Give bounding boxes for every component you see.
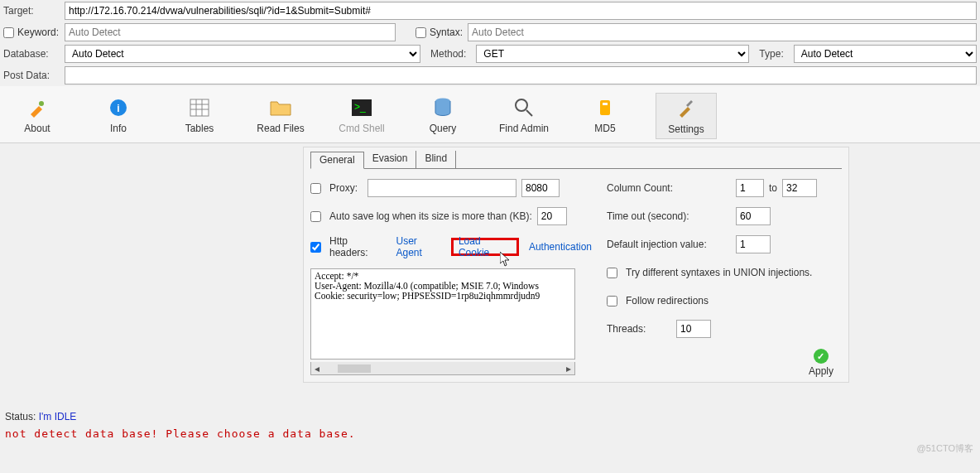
httpheaders-label: Http headers: bbox=[329, 235, 386, 258]
info-icon: i bbox=[107, 96, 130, 119]
target-label: Target: bbox=[3, 5, 60, 17]
carrot-icon bbox=[26, 96, 49, 119]
headers-hscrollbar[interactable]: ◂▸ bbox=[310, 362, 575, 375]
syntax-label: Syntax: bbox=[430, 27, 463, 38]
colcount-label: Column Count: bbox=[607, 182, 731, 194]
timeout-label: Time out (second): bbox=[607, 210, 731, 222]
syntax-input[interactable] bbox=[468, 23, 977, 41]
svg-line-12 bbox=[526, 110, 532, 116]
autosave-checkbox[interactable] bbox=[310, 211, 321, 222]
postdata-label: Post Data: bbox=[3, 70, 60, 81]
tab-evasion[interactable]: Evasion bbox=[364, 151, 417, 168]
svg-point-11 bbox=[516, 99, 527, 111]
threads-input[interactable] bbox=[676, 320, 711, 338]
proxy-port-input[interactable] bbox=[521, 179, 560, 197]
info-button[interactable]: iInfo bbox=[88, 93, 149, 139]
followredir-label: Follow redirections bbox=[626, 295, 709, 306]
database-select[interactable]: Auto Detect bbox=[65, 45, 420, 63]
database-label: Database: bbox=[3, 48, 60, 60]
findadmin-button[interactable]: Find Admin bbox=[493, 93, 555, 139]
autosave-kb-input[interactable] bbox=[537, 207, 567, 225]
target-input[interactable] bbox=[65, 2, 977, 20]
readfiles-button[interactable]: Read Files bbox=[250, 93, 311, 139]
database-icon bbox=[431, 96, 454, 119]
folder-icon bbox=[269, 96, 292, 119]
trydiff-label: Try different syntaxes in UNION injectio… bbox=[626, 267, 812, 278]
status-label: Status: bbox=[5, 411, 36, 422]
svg-rect-14 bbox=[603, 103, 608, 105]
svg-text:i: i bbox=[117, 103, 119, 114]
useragent-link[interactable]: User Agent bbox=[396, 235, 442, 258]
md5-button[interactable]: MD5 bbox=[574, 93, 636, 139]
tools-icon bbox=[675, 97, 698, 120]
autosave-label: Auto save log when its size is more than… bbox=[329, 210, 532, 222]
error-message: not detect data base! Please choose a da… bbox=[0, 426, 980, 442]
httpheaders-checkbox[interactable] bbox=[310, 242, 321, 253]
toolbar: About iInfo Tables Read Files >_Cmd Shel… bbox=[0, 86, 980, 143]
colcount-from-input[interactable] bbox=[736, 179, 764, 197]
timeout-input[interactable] bbox=[736, 207, 771, 225]
terminal-icon: >_ bbox=[350, 96, 373, 119]
threads-label: Threads: bbox=[607, 323, 671, 335]
checkmark-icon: ✓ bbox=[814, 349, 829, 364]
definj-label: Default injection value: bbox=[607, 239, 731, 250]
keyword-label: Keyword: bbox=[17, 27, 59, 38]
hash-icon bbox=[593, 96, 617, 119]
svg-text:>_: >_ bbox=[354, 101, 366, 113]
apply-button[interactable]: ✓ Apply bbox=[809, 349, 833, 377]
proxy-checkbox[interactable] bbox=[310, 183, 321, 194]
cmdshell-button[interactable]: >_Cmd Shell bbox=[331, 93, 392, 139]
svg-rect-13 bbox=[600, 100, 610, 115]
syntax-checkbox[interactable] bbox=[416, 27, 426, 38]
svg-rect-3 bbox=[190, 99, 209, 116]
status-value: I'm IDLE bbox=[39, 411, 77, 422]
postdata-input[interactable] bbox=[65, 66, 977, 84]
settings-button[interactable]: Settings bbox=[656, 93, 717, 139]
mouse-cursor-icon bbox=[500, 252, 510, 267]
keyword-checkbox[interactable] bbox=[3, 27, 14, 38]
tables-icon bbox=[188, 96, 211, 119]
type-select[interactable]: Auto Detect bbox=[794, 45, 977, 63]
settings-panel: General Evasion Blind Proxy: Auto save l… bbox=[303, 147, 849, 383]
tables-button[interactable]: Tables bbox=[169, 93, 230, 139]
proxy-label: Proxy: bbox=[329, 182, 358, 194]
about-button[interactable]: About bbox=[7, 93, 68, 139]
method-select[interactable]: GET bbox=[476, 45, 749, 63]
type-label: Type: bbox=[759, 48, 783, 60]
headers-textarea[interactable]: Accept: */* User-Agent: Mozilla/4.0 (com… bbox=[310, 268, 575, 360]
tab-blind[interactable]: Blind bbox=[416, 151, 456, 168]
trydiff-checkbox[interactable] bbox=[607, 268, 617, 278]
loadcookie-highlight: Load Cookie bbox=[451, 238, 519, 256]
colcount-to-label: to bbox=[769, 182, 777, 194]
followredir-checkbox[interactable] bbox=[607, 296, 617, 306]
svg-point-0 bbox=[39, 101, 44, 106]
tab-general[interactable]: General bbox=[310, 152, 364, 169]
proxy-host-input[interactable] bbox=[368, 179, 516, 197]
search-icon bbox=[512, 96, 536, 119]
keyword-input[interactable] bbox=[65, 23, 396, 41]
colcount-to-input[interactable] bbox=[782, 179, 817, 197]
authentication-link[interactable]: Authentication bbox=[529, 241, 592, 253]
query-button[interactable]: Query bbox=[412, 93, 473, 139]
method-label: Method: bbox=[430, 48, 466, 60]
watermark: @51CTO博客 bbox=[917, 442, 973, 455]
definj-input[interactable] bbox=[736, 235, 771, 253]
